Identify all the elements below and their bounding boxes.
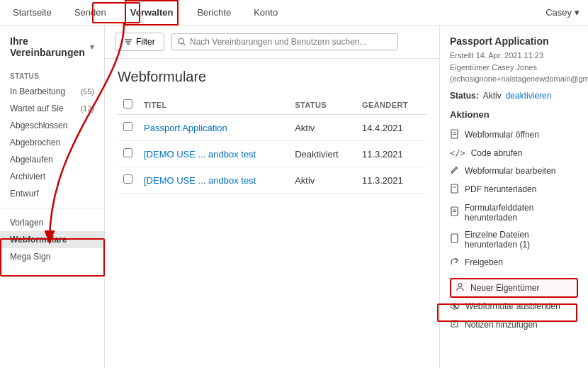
row-changed-1: 14.4.2021: [356, 115, 426, 141]
row-changed-2: 11.3.2021: [356, 141, 426, 167]
action-open-webform[interactable]: Webformular öffnen: [450, 126, 578, 145]
status-section-label: STATUS: [0, 67, 104, 83]
action-notes[interactable]: Notizen hinzufügen: [450, 316, 578, 334]
row-status-3: Aktiv: [289, 167, 356, 194]
user-name: Casey: [545, 7, 572, 18]
svg-point-3: [179, 38, 184, 44]
nav-item-konto[interactable]: Konto: [249, 0, 282, 26]
action-divider: [450, 274, 578, 275]
top-nav: Startseite Senden Verwalten Berichte Kon…: [0, 0, 588, 26]
col-changed: GEÄNDERT: [356, 95, 426, 115]
action-pdf[interactable]: PDF herunterladen: [450, 180, 578, 199]
sidebar-header[interactable]: Ihre Vereinbarungen ▾: [0, 35, 104, 67]
action-freigeben[interactable]: Freigeben: [450, 253, 578, 272]
new-owner-icon: [456, 282, 465, 294]
col-title: TITEL: [138, 95, 289, 115]
panel-status-label: Status:: [450, 91, 479, 101]
row-title-3[interactable]: [DEMO USE ... andbox test: [138, 167, 289, 194]
user-chevron-icon: ▾: [575, 7, 579, 18]
table-area: Webformulare TITEL STATUS GEÄNDERT: [105, 59, 439, 368]
select-all-checkbox[interactable]: [123, 99, 132, 108]
col-checkbox: [118, 95, 138, 115]
sidebar-item-entwurf[interactable]: Entwurf: [0, 185, 104, 202]
row-title-1[interactable]: Passport Application: [138, 115, 289, 141]
sidebar-item-archiviert[interactable]: Archiviert: [0, 168, 104, 185]
sidebar-item-in-bearbeitung[interactable]: In Bearbeitung (55): [0, 83, 104, 100]
svg-rect-14: [451, 234, 458, 242]
nav-item-verwalten[interactable]: Verwalten: [125, 0, 179, 26]
search-icon: [178, 38, 186, 46]
action-hide-webform[interactable]: Webformular ausblenden: [450, 298, 578, 316]
code-icon: </>: [450, 148, 465, 158]
col-status: STATUS: [289, 95, 356, 115]
row-checkbox-2[interactable]: [123, 148, 132, 157]
filter-icon: [124, 38, 132, 46]
notes-icon: [450, 319, 459, 330]
sidebar-header-label: Ihre Vereinbarungen: [10, 35, 86, 58]
document-icon: [450, 129, 459, 141]
svg-point-15: [458, 283, 462, 286]
deactivate-link[interactable]: deaktivieren: [506, 91, 552, 101]
filter-button[interactable]: Filter: [115, 33, 164, 51]
table-row: [DEMO USE ... andbox test Deaktiviert 11…: [118, 141, 426, 167]
row-checkbox-1[interactable]: [123, 122, 132, 131]
nav-item-berichte[interactable]: Berichte: [193, 0, 235, 26]
main-layout: Ihre Vereinbarungen ▾ STATUS In Bearbeit…: [0, 26, 588, 368]
sidebar-item-abgebrochen[interactable]: Abgebrochen: [0, 134, 104, 151]
sidebar-item-abgeschlossen[interactable]: Abgeschlossen: [0, 117, 104, 134]
panel-actions-title: Aktionen: [450, 109, 578, 120]
webforms-table: TITEL STATUS GEÄNDERT Passport Applicati…: [118, 95, 426, 194]
panel-status: Status: Aktiv deaktivieren: [450, 91, 578, 101]
user-menu[interactable]: Casey ▾: [545, 7, 579, 18]
search-input[interactable]: [190, 37, 392, 47]
nav-item-senden[interactable]: Senden: [70, 0, 111, 26]
table-title: Webformulare: [118, 69, 426, 85]
sidebar-bottom: Vorlagen Webformulare Mega Sign: [0, 214, 104, 265]
panel-meta: Erstellt 14. Apr. 2021 11:23 Eigentümer …: [450, 50, 578, 85]
right-panel: Passport Application Erstellt 14. Apr. 2…: [439, 26, 588, 368]
search-box[interactable]: [171, 33, 398, 50]
edit-icon: [450, 165, 459, 177]
sidebar: Ihre Vereinbarungen ▾ STATUS In Bearbeit…: [0, 26, 105, 368]
sidebar-item-wartet-auf-sie[interactable]: Wartet auf Sie (12): [0, 100, 104, 117]
action-single-files[interactable]: Einzelne Dateien herunterladen (1): [450, 226, 578, 253]
action-formdata[interactable]: Formularfelddaten herunterladen: [450, 199, 578, 226]
main-content: Filter Webformulare TI: [105, 26, 439, 368]
svg-line-4: [183, 43, 185, 45]
panel-status-value: Aktiv: [483, 91, 502, 101]
row-status-2: Deaktiviert: [289, 141, 356, 167]
toolbar: Filter: [105, 26, 439, 59]
pdf-icon: [450, 184, 459, 196]
nav-item-startseite[interactable]: Startseite: [9, 0, 56, 26]
action-edit-webform[interactable]: Webformular bearbeiten: [450, 162, 578, 180]
share-icon: [450, 257, 459, 268]
hide-icon: [450, 301, 460, 312]
single-files-icon: [450, 233, 459, 245]
sidebar-item-vorlagen[interactable]: Vorlagen: [0, 214, 104, 231]
action-code[interactable]: </> Code abrufen: [450, 145, 578, 162]
svg-rect-18: [451, 320, 458, 327]
sidebar-item-mega-sign[interactable]: Mega Sign: [0, 248, 104, 265]
formdata-icon: [450, 206, 459, 218]
sidebar-item-abgelaufen[interactable]: Abgelaufen: [0, 151, 104, 168]
row-title-2[interactable]: [DEMO USE ... andbox test: [138, 141, 289, 167]
svg-rect-9: [451, 184, 458, 193]
panel-title: Passport Application: [450, 35, 578, 47]
row-checkbox-3[interactable]: [123, 174, 132, 184]
sidebar-divider: [0, 208, 104, 208]
sidebar-item-webformulare[interactable]: Webformulare: [0, 231, 104, 248]
row-changed-3: 11.3.2021: [356, 167, 426, 194]
sidebar-chevron-icon: ▾: [90, 43, 94, 52]
action-new-owner[interactable]: Neuer Eigentümer: [450, 278, 578, 298]
table-row: [DEMO USE ... andbox test Aktiv 11.3.202…: [118, 167, 426, 194]
row-status-1: Aktiv: [289, 115, 356, 141]
table-row: Passport Application Aktiv 14.4.2021: [118, 115, 426, 141]
